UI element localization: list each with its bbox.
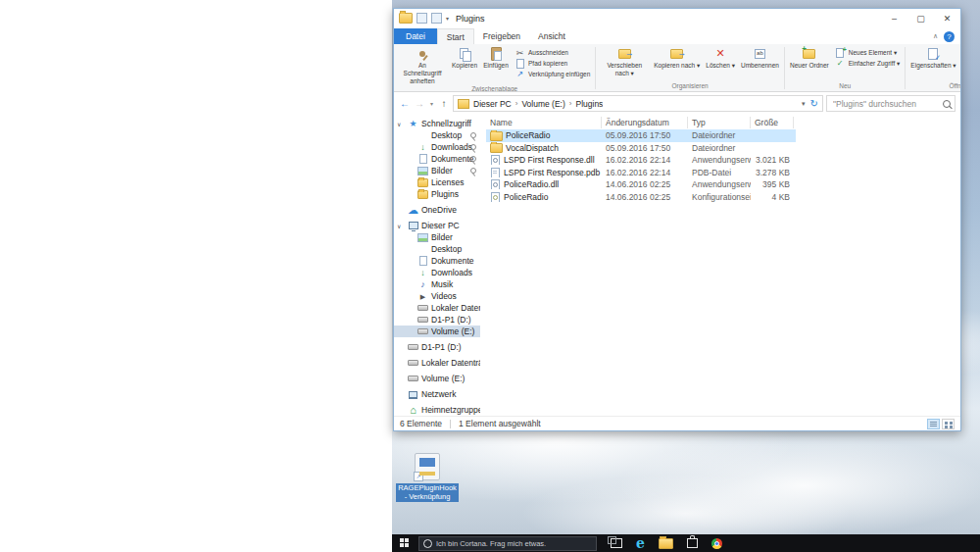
start-button[interactable] bbox=[392, 534, 417, 552]
sidebar-item-volume-e[interactable]: Volume (E:) bbox=[394, 326, 480, 337]
button-label: Umbenennen bbox=[741, 62, 779, 70]
thumbnail-view-button[interactable] bbox=[942, 419, 955, 429]
store-icon[interactable] bbox=[687, 538, 698, 548]
ribbon-button-ffnen[interactable]: Öffnen ▾ bbox=[959, 47, 960, 58]
sidebar-item-d1-p1-d[interactable]: D1-P1 (D:) bbox=[394, 314, 480, 326]
sidebar-item-volume-e[interactable]: Volume (E:) bbox=[394, 373, 480, 384]
back-button[interactable]: ← bbox=[399, 98, 411, 109]
sidebar-item-bilder[interactable]: Bilder bbox=[394, 165, 480, 176]
help-icon[interactable]: ? bbox=[944, 31, 955, 42]
desktop-shortcut[interactable]: ↗ RAGEPluginHook - Verknüpfung bbox=[400, 453, 455, 502]
ribbon-button-pfad-kopieren[interactable]: Pfad kopieren bbox=[512, 58, 593, 69]
ribbon-button-neues-element[interactable]: Neues Element ▾ bbox=[832, 47, 904, 58]
breadcrumb-folder-icon bbox=[458, 99, 469, 109]
chrome-icon[interactable] bbox=[711, 538, 722, 549]
ribbon-button-einfacher-zugriff[interactable]: Einfacher Zugriff ▾ bbox=[832, 58, 904, 69]
breadcrumb-item[interactable]: Volume (E:) bbox=[521, 99, 564, 109]
sidebar-item-onedrive[interactable]: ☁OneDrive bbox=[394, 204, 480, 216]
ribbon-button-einf-gen[interactable]: Einfügen bbox=[480, 45, 512, 84]
ribbon-group-label: Organisieren bbox=[598, 81, 782, 91]
file-row[interactable]: PoliceRadio14.06.2016 02:25Konfiguration… bbox=[486, 191, 796, 204]
sidebar-item-downloads[interactable]: ↓Downloads bbox=[394, 141, 480, 153]
sidebar-item-bilder[interactable]: Bilder bbox=[394, 231, 480, 243]
ribbon-button-verkn-pfung-einf-gen[interactable]: Verknüpfung einfügen bbox=[512, 69, 593, 79]
sidebar-item-downloads[interactable]: ↓Downloads bbox=[394, 267, 480, 278]
ribbon-button-neuer-ordner[interactable]: Neuer Ordner bbox=[787, 45, 832, 81]
search-input[interactable] bbox=[831, 98, 940, 110]
edge-icon[interactable]: e bbox=[636, 536, 645, 550]
search-icon[interactable] bbox=[943, 100, 951, 108]
details-view-button[interactable] bbox=[927, 419, 940, 429]
ribbon-button-kopieren-nach[interactable]: Kopieren nach ▾ bbox=[651, 45, 703, 81]
chevron-down-icon[interactable]: ∨ bbox=[397, 121, 401, 127]
ribbon-button-verlauf[interactable]: Verlauf bbox=[959, 69, 960, 79]
sidebar-item-label: Bilder bbox=[431, 232, 453, 242]
button-label: Eigenschaften ▾ bbox=[910, 62, 956, 70]
breadcrumb-item[interactable]: Plugins bbox=[575, 99, 603, 109]
qat-dropdown-icon[interactable]: ▾ bbox=[446, 15, 449, 22]
sidebar-item-heimnetzgruppe[interactable]: ⌂Heimnetzgruppe bbox=[394, 404, 480, 416]
file-name-cell: PoliceRadio.dll bbox=[486, 179, 602, 189]
tab-freigeben[interactable]: Freigeben bbox=[474, 28, 529, 44]
sidebar-item-plugins[interactable]: Plugins bbox=[394, 188, 480, 200]
forward-button[interactable]: → bbox=[414, 98, 425, 109]
ribbon-button-bearbeiten[interactable]: Bearbeiten bbox=[959, 58, 960, 69]
breadcrumb[interactable]: Dieser PC›Volume (E:)›Plugins ▾ ↻ bbox=[453, 95, 823, 112]
sidebar-item-licenses[interactable]: Licenses bbox=[394, 176, 480, 188]
file-row[interactable]: LSPD First Response.pdb16.02.2016 22:14P… bbox=[486, 167, 796, 179]
ribbon-button-eigenschaften[interactable]: Eigenschaften ▾ bbox=[907, 45, 958, 81]
column-header-typ[interactable]: Typ bbox=[688, 117, 751, 128]
ribbon-button-verschieben-nach[interactable]: Verschieben nach ▾ bbox=[598, 45, 651, 81]
file-type: Dateiordner bbox=[688, 143, 751, 153]
column-header-name[interactable]: Name bbox=[486, 117, 602, 128]
sidebar-item-desktop[interactable]: Desktop bbox=[394, 129, 480, 141]
ribbon-button-an-schnellzugriff-anheften[interactable]: An Schnellzugriff anheften bbox=[396, 45, 449, 84]
sidebar-item-d1-p1-d[interactable]: D1-P1 (D:) bbox=[394, 341, 480, 353]
breadcrumb-item[interactable]: Dieser PC bbox=[473, 99, 512, 109]
file-row[interactable]: VocalDispatch05.09.2016 17:50Dateiordner bbox=[486, 142, 796, 155]
minimize-button[interactable]: – bbox=[881, 9, 907, 27]
column-header-gr-e[interactable]: Größe bbox=[751, 117, 794, 128]
sidebar-item-lokaler-datentr-ger-c[interactable]: Lokaler Datenträger (C:) bbox=[394, 302, 480, 314]
sidebar-item-dokumente[interactable]: Dokumente bbox=[394, 153, 480, 165]
tab-datei[interactable]: Datei bbox=[394, 28, 437, 44]
task-view-button[interactable] bbox=[611, 538, 622, 548]
sidebar-item-schnellzugriff[interactable]: ∨★Schnellzugriff bbox=[394, 118, 480, 129]
close-button[interactable]: ✕ bbox=[934, 9, 960, 27]
up-button[interactable]: ↑ bbox=[438, 98, 450, 109]
file-explorer-icon[interactable] bbox=[659, 538, 673, 549]
sidebar-item-lokaler-datentr-ger-c[interactable]: Lokaler Datenträger (C:) bbox=[394, 357, 480, 369]
cortana-icon bbox=[423, 539, 432, 548]
ribbon-button-umbenennen[interactable]: Umbenennen bbox=[738, 45, 782, 81]
file-type: Konfigurationsein... bbox=[688, 192, 751, 202]
sidebar-item-videos[interactable]: ▶Videos bbox=[394, 290, 480, 302]
search-box[interactable] bbox=[826, 95, 956, 112]
column-header-nderungsdatum[interactable]: Änderungsdatum bbox=[602, 117, 688, 128]
history-dropdown-icon[interactable]: ▾ bbox=[428, 100, 435, 107]
address-dropdown-icon[interactable]: ▾ bbox=[802, 100, 806, 108]
file-row[interactable]: LSPD First Response.dll16.02.2016 22:14A… bbox=[486, 154, 796, 167]
tab-ansicht[interactable]: Ansicht bbox=[529, 28, 574, 44]
file-row[interactable]: PoliceRadio.dll14.06.2016 02:25Anwendung… bbox=[486, 178, 796, 191]
sidebar-item-label: Lokaler Datenträger (C:) bbox=[421, 358, 480, 368]
refresh-icon[interactable]: ↻ bbox=[810, 98, 818, 109]
chevron-up-icon[interactable]: ∧ bbox=[933, 32, 938, 40]
qat-properties-icon[interactable] bbox=[416, 13, 427, 24]
ribbon-button-l-schen[interactable]: Löschen ▾ bbox=[703, 45, 738, 81]
tab-start[interactable]: Start bbox=[437, 28, 474, 44]
sidebar-item-desktop[interactable]: Desktop bbox=[394, 243, 480, 255]
ribbon-button-ausschneiden[interactable]: Ausschneiden bbox=[512, 47, 593, 58]
sidebar-item-dieser-pc[interactable]: ∨Dieser PC bbox=[394, 220, 480, 231]
file-type: PDB-Datei bbox=[688, 168, 751, 177]
file-name: LSPD First Response.dll bbox=[504, 155, 595, 165]
qat-newfolder-icon[interactable] bbox=[431, 13, 442, 24]
file-row[interactable]: PoliceRadio05.09.2016 17:50Dateiordner bbox=[486, 129, 796, 142]
status-divider bbox=[450, 420, 451, 428]
sidebar-item-dokumente[interactable]: Dokumente bbox=[394, 255, 480, 267]
maximize-button[interactable]: ▢ bbox=[907, 9, 934, 27]
cortana-search[interactable]: Ich bin Cortana. Frag mich etwas. bbox=[418, 536, 597, 551]
sidebar-item-musik[interactable]: ♪Musik bbox=[394, 278, 480, 290]
ribbon-button-kopieren[interactable]: Kopieren bbox=[449, 45, 480, 84]
chevron-down-icon[interactable]: ∨ bbox=[397, 223, 401, 229]
sidebar-item-netzwerk[interactable]: Netzwerk bbox=[394, 388, 480, 400]
